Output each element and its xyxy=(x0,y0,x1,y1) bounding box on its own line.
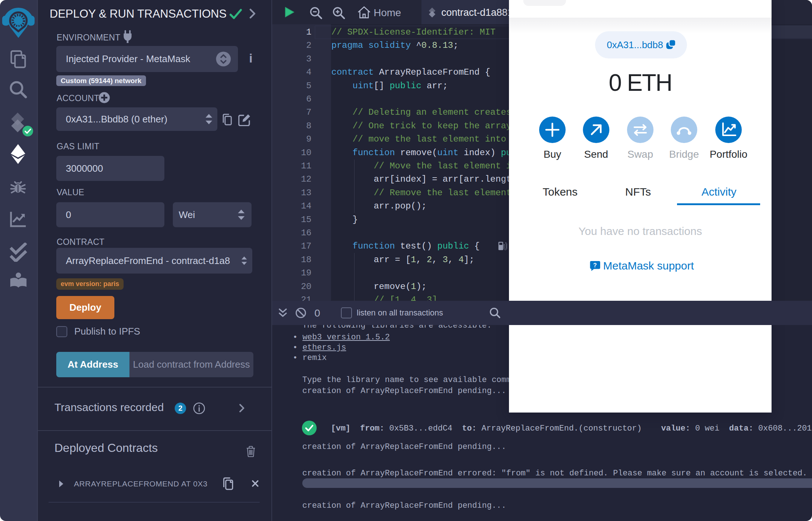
svg-text:?: ? xyxy=(593,262,597,268)
